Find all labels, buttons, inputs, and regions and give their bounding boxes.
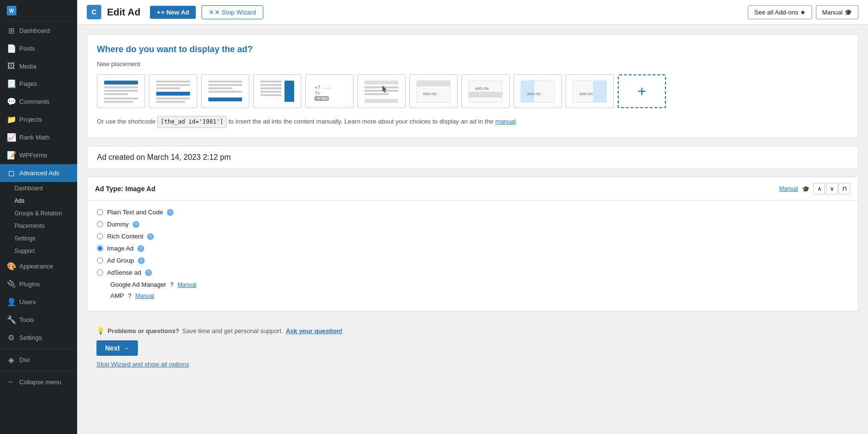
google-ad-manager-manual-link[interactable]: Manual	[177, 281, 196, 288]
posts-icon: 📄	[7, 44, 15, 53]
radio-plain-text-input[interactable]	[97, 209, 103, 215]
sidebar-sub-ads[interactable]: Ads	[0, 195, 77, 207]
amp-help-icon[interactable]: ?	[128, 292, 131, 299]
collapse-up-button[interactable]: ∧	[814, 183, 825, 195]
topbar: C Edit Ad + + New Ad ✕ ✕ Stop Wizard See…	[77, 0, 868, 25]
radio-ad-group-label[interactable]: Ad Group	[107, 257, 134, 264]
google-ad-manager-help-icon[interactable]: ?	[170, 281, 174, 288]
radio-plain-text-label[interactable]: Plain Text and Code	[107, 209, 163, 216]
tools-icon: 🔧	[7, 315, 15, 324]
radio-adsense-label[interactable]: AdSense ad	[107, 269, 141, 276]
ask-question-link[interactable]: Ask your question!	[286, 327, 343, 335]
placement-addon-1[interactable]: ADD-ON	[409, 74, 458, 108]
sidebar-sub-groups[interactable]: Groups & Rotation	[0, 207, 77, 220]
radio-rich-content: Rich Content ?	[97, 233, 848, 240]
placement-before-content[interactable]	[97, 74, 145, 108]
radio-image-ad-input[interactable]	[97, 245, 103, 252]
main-content: C Edit Ad + + New Ad ✕ ✕ Stop Wizard See…	[77, 0, 868, 434]
svg-text:ADD-ON: ADD-ON	[475, 87, 488, 90]
plain-text-help-icon[interactable]: ?	[167, 209, 174, 216]
sidebar-item-wpforms[interactable]: 📝 WPForms	[0, 146, 77, 164]
svg-rect-38	[469, 92, 502, 98]
x-icon: ✕	[209, 9, 214, 16]
svg-rect-21	[260, 94, 282, 96]
sidebar-item-settings[interactable]: ⚙ Settings	[0, 329, 77, 347]
sidebar-item-comments[interactable]: 💬 Comments	[0, 93, 77, 111]
ad-created-text: Ad created on March 14, 2023 2:12 pm	[97, 153, 231, 161]
sidebar-item-projects[interactable]: 📁 Projects	[0, 111, 77, 128]
sidebar-item-media[interactable]: 🖼 Media	[0, 57, 77, 75]
rich-content-help-icon[interactable]: ?	[147, 233, 154, 240]
manual-flag-icon: 🎓	[802, 185, 810, 193]
placement-addon-4[interactable]: ADD-ON	[566, 74, 614, 108]
sub-google-ad-manager: Google Ad Manager ? Manual	[110, 281, 848, 288]
radio-rich-content-input[interactable]	[97, 233, 103, 239]
ad-type-manual-link[interactable]: Manual	[779, 185, 798, 192]
sidebar-sub-dashboard[interactable]: Dashboard	[0, 182, 77, 195]
sidebar-collapse-menu[interactable]: ← Collapse menu	[0, 373, 77, 391]
svg-rect-6	[156, 81, 190, 83]
page-title: Edit Ad	[107, 7, 140, 18]
sub-amp-label: AMP	[110, 292, 124, 299]
sidebar-item-users[interactable]: 👤 Users	[0, 293, 77, 311]
problems-label: Problems or questions?	[108, 327, 179, 335]
adsense-help-icon[interactable]: ?	[145, 269, 152, 276]
placement-after-paragraph[interactable]	[149, 74, 197, 108]
sidebar-divider-2	[0, 371, 77, 371]
sidebar-item-rank-math[interactable]: 📈 Rank Math	[0, 128, 77, 146]
bottom-bar: 💡 Problems or questions? Save time and g…	[87, 319, 858, 376]
radio-dummy: Dummy ?	[97, 221, 848, 228]
radio-ad-group-input[interactable]	[97, 257, 103, 264]
radio-dummy-input[interactable]	[97, 221, 103, 227]
placement-grid: <? ... ?> [...]	[97, 74, 848, 108]
sidebar-sub-settings[interactable]: Settings	[0, 232, 77, 245]
sidebar-sub-placements[interactable]: Placements	[0, 220, 77, 232]
sidebar-item-plugins[interactable]: 🔌 Plugins	[0, 275, 77, 293]
sidebar-item-advanced-ads[interactable]: ◻ Advanced Ads	[0, 164, 77, 182]
collapse-expand-button[interactable]: ⊓	[839, 183, 850, 195]
see-addons-button[interactable]: See all Add-ons ★	[748, 5, 812, 19]
ad-created-bar: Ad created on March 14, 2023 2:12 pm	[87, 146, 858, 169]
manual-button[interactable]: Manual 🎓	[816, 5, 858, 19]
ad-group-help-icon[interactable]: ?	[138, 257, 145, 264]
sidebar-sub-support[interactable]: Support	[0, 245, 77, 257]
sidebar-item-dashboard[interactable]: ⊞ Dashboard	[0, 22, 77, 40]
placement-php-code[interactable]: <? ... ?> [...]	[305, 74, 353, 108]
radio-adsense-input[interactable]	[97, 269, 103, 276]
placement-more[interactable]: +	[618, 74, 666, 108]
topbar-right: See all Add-ons ★ Manual 🎓	[748, 5, 858, 19]
manual-link[interactable]: manual	[495, 118, 516, 125]
dummy-help-icon[interactable]: ?	[133, 221, 139, 228]
svg-rect-17	[260, 81, 282, 83]
new-ad-button[interactable]: + + New Ad	[150, 6, 196, 19]
sidebar-item-tools[interactable]: 🔧 Tools	[0, 311, 77, 329]
sidebar-item-posts[interactable]: 📄 Posts	[0, 40, 77, 57]
advanced-ads-icon: ◻	[7, 168, 15, 178]
placement-card: Where do you want to display the ad? New…	[87, 34, 858, 138]
sidebar-item-appearance[interactable]: 🎨 Appearance	[0, 257, 77, 275]
radio-adsense: AdSense ad ?	[97, 269, 848, 276]
sidebar-item-divi[interactable]: ◈ Divi	[0, 351, 77, 369]
next-button[interactable]: Next →	[96, 340, 138, 356]
collapse-down-button[interactable]: ∨	[826, 183, 838, 195]
sidebar-item-pages[interactable]: 📃 Pages	[0, 75, 77, 93]
pages-icon: 📃	[7, 79, 15, 88]
ad-type-header-right: Manual 🎓 ∧ ∨ ⊓	[779, 183, 850, 195]
svg-rect-7	[156, 84, 190, 86]
placement-addon-2[interactable]: ADD-ON	[461, 74, 510, 108]
amp-manual-link[interactable]: Manual	[135, 293, 154, 299]
stop-wizard-button[interactable]: ✕ ✕ Stop Wizard	[202, 5, 263, 19]
radio-rich-content-label[interactable]: Rich Content	[107, 233, 143, 240]
image-ad-help-icon[interactable]: ?	[137, 245, 144, 252]
placement-header-footer[interactable]	[357, 74, 406, 108]
svg-rect-12	[208, 81, 242, 83]
placement-addon-3[interactable]: ADD-ON	[514, 74, 562, 108]
sub-amp: AMP ? Manual	[110, 292, 848, 299]
radio-dummy-label[interactable]: Dummy	[107, 221, 129, 228]
placement-sidebar[interactable]	[253, 74, 301, 108]
stop-wizard-show-all-link[interactable]: Stop Wizard and show all options	[96, 361, 189, 368]
shortcode-value[interactable]: [the_ad id='1981']	[157, 116, 227, 128]
placement-after-content[interactable]	[201, 74, 249, 108]
svg-rect-32	[365, 99, 398, 103]
radio-image-ad-label[interactable]: Image Ad	[107, 245, 134, 252]
